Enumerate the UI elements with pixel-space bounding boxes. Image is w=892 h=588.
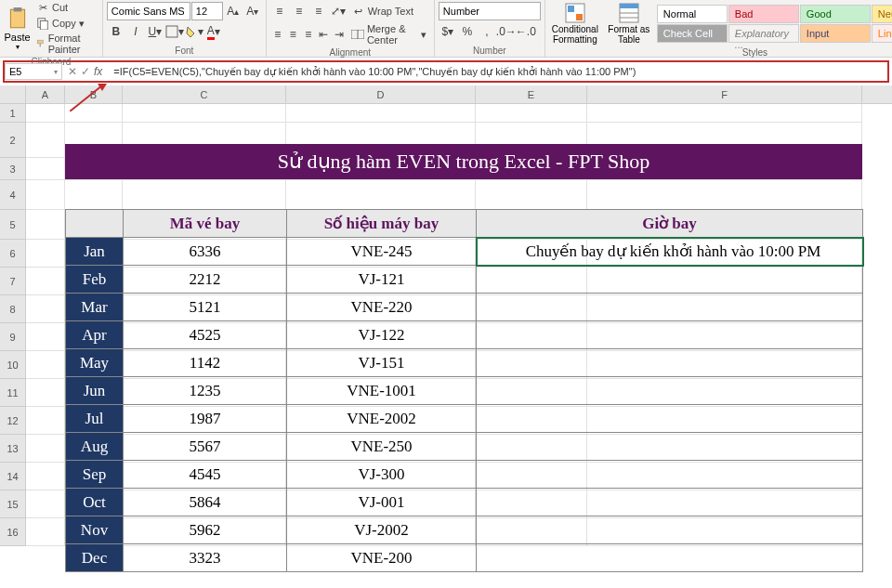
- plane-1[interactable]: VJ-121: [287, 266, 477, 294]
- month-Nov[interactable]: Nov: [66, 516, 124, 544]
- row-header-5[interactable]: 5: [0, 210, 26, 240]
- month-Dec[interactable]: Dec: [66, 544, 124, 572]
- cell-A11[interactable]: [26, 379, 65, 407]
- cell-A7[interactable]: [26, 268, 65, 295]
- cell-A6[interactable]: [26, 240, 65, 268]
- code-11[interactable]: 3323: [124, 544, 287, 572]
- month-May[interactable]: May: [66, 349, 124, 377]
- time-11[interactable]: [477, 544, 863, 572]
- style-good[interactable]: Good: [800, 5, 871, 23]
- cell-A15[interactable]: [26, 490, 65, 518]
- style-input[interactable]: Input: [800, 24, 871, 43]
- row-header-9[interactable]: 9: [0, 323, 26, 351]
- orientation-button[interactable]: ⤢▾: [329, 2, 348, 20]
- border-button[interactable]: ▾: [165, 22, 184, 41]
- align-top-button[interactable]: ≡: [270, 2, 289, 20]
- month-Apr[interactable]: Apr: [66, 321, 124, 349]
- time-7[interactable]: [477, 433, 863, 461]
- plane-7[interactable]: VNE-250: [287, 433, 477, 461]
- copy-button[interactable]: Copy ▾: [33, 16, 98, 31]
- formula-input[interactable]: [108, 64, 887, 79]
- col-header-B[interactable]: B: [65, 85, 123, 103]
- plane-5[interactable]: VNE-1001: [287, 377, 477, 405]
- code-10[interactable]: 5962: [124, 516, 287, 544]
- plane-4[interactable]: VJ-151: [287, 349, 477, 377]
- time-5[interactable]: [477, 377, 863, 405]
- code-9[interactable]: 5864: [124, 489, 287, 516]
- plane-3[interactable]: VJ-122: [287, 321, 477, 349]
- cell-A1[interactable]: [26, 104, 65, 123]
- time-9[interactable]: [477, 489, 863, 516]
- row-header-11[interactable]: 11: [0, 379, 26, 407]
- row-header-1[interactable]: 1: [0, 104, 26, 123]
- bold-button[interactable]: B: [107, 22, 125, 41]
- code-8[interactable]: 4545: [124, 461, 287, 489]
- col-header-A[interactable]: A: [26, 85, 65, 103]
- row-header-4[interactable]: 4: [0, 180, 26, 210]
- align-left-button[interactable]: ≡: [270, 25, 285, 44]
- col-header-C[interactable]: C: [123, 85, 286, 103]
- cell-C4[interactable]: [123, 180, 286, 210]
- plane-9[interactable]: VJ-001: [287, 489, 477, 516]
- cell-A8[interactable]: [26, 295, 65, 323]
- underline-button[interactable]: U ▾: [146, 22, 164, 41]
- cell-D1[interactable]: [286, 104, 476, 123]
- cell-A5[interactable]: [26, 210, 65, 240]
- plane-10[interactable]: VJ-2002: [287, 516, 477, 544]
- time-3[interactable]: [477, 321, 863, 349]
- wrap-text-button[interactable]: ↩Wrap Text: [348, 4, 417, 19]
- font-name-select[interactable]: [107, 2, 190, 20]
- style-neutral[interactable]: Neutral: [872, 5, 892, 23]
- code-0[interactable]: 6336: [124, 238, 287, 266]
- time-10[interactable]: [477, 516, 863, 544]
- select-all-corner[interactable]: [0, 85, 26, 103]
- row-header-7[interactable]: 7: [0, 268, 26, 295]
- fx-button[interactable]: fx: [94, 65, 102, 78]
- row-header-15[interactable]: 15: [0, 490, 26, 518]
- paste-button[interactable]: Paste ▾: [4, 6, 31, 51]
- cell-C1[interactable]: [123, 104, 286, 123]
- plane-6[interactable]: VNE-2002: [287, 405, 477, 433]
- plane-0[interactable]: VNE-245: [287, 238, 477, 266]
- align-bottom-button[interactable]: ≡: [309, 2, 328, 20]
- cell-A16[interactable]: [26, 518, 65, 546]
- cell-styles-gallery[interactable]: Normal Bad Good Neutral Check Cell Expla…: [657, 5, 892, 43]
- name-box[interactable]: E5▾: [5, 63, 62, 80]
- month-Oct[interactable]: Oct: [66, 489, 124, 516]
- plane-8[interactable]: VJ-300: [287, 461, 477, 489]
- number-format-select[interactable]: [439, 2, 541, 20]
- format-as-table-button[interactable]: Format as Table: [603, 0, 655, 46]
- cell-F1[interactable]: [587, 104, 862, 123]
- time-0[interactable]: Chuyến bay dự kiến khởi hành vào 10:00 P…: [477, 238, 863, 266]
- cell-F4[interactable]: [587, 180, 862, 210]
- merge-center-button[interactable]: Merge & Center ▾: [348, 22, 430, 46]
- enter-formula-button[interactable]: ✓: [81, 65, 90, 78]
- cell-E4[interactable]: [476, 180, 587, 210]
- cell-A14[interactable]: [26, 463, 65, 490]
- row-header-12[interactable]: 12: [0, 407, 26, 435]
- row-header-6[interactable]: 6: [0, 240, 26, 268]
- cell-A9[interactable]: [26, 323, 65, 351]
- style-bad[interactable]: Bad: [728, 5, 799, 23]
- cut-button[interactable]: ✂Cut: [33, 0, 98, 15]
- code-5[interactable]: 1235: [124, 377, 287, 405]
- italic-button[interactable]: I: [126, 22, 145, 41]
- month-Jan[interactable]: Jan: [66, 238, 124, 266]
- row-header-16[interactable]: 16: [0, 518, 26, 546]
- month-Feb[interactable]: Feb: [66, 266, 124, 294]
- increase-indent-button[interactable]: ⇥: [332, 25, 347, 44]
- time-1[interactable]: [477, 266, 863, 294]
- time-4[interactable]: [477, 349, 863, 377]
- month-Aug[interactable]: Aug: [66, 433, 124, 461]
- cell-B1[interactable]: [65, 104, 123, 123]
- time-8[interactable]: [477, 461, 863, 489]
- percent-button[interactable]: %: [458, 22, 477, 41]
- cancel-formula-button[interactable]: ✕: [68, 65, 77, 78]
- comma-button[interactable]: ,: [478, 22, 496, 41]
- style-explanatory[interactable]: Explanatory ...: [728, 24, 799, 43]
- increase-font-button[interactable]: A▴: [224, 2, 243, 20]
- col-header-D[interactable]: D: [286, 85, 476, 103]
- conditional-formatting-button[interactable]: Conditional Formatting: [549, 0, 601, 46]
- decrease-decimal-button[interactable]: ←.0: [517, 22, 535, 41]
- col-header-E[interactable]: E: [476, 85, 587, 103]
